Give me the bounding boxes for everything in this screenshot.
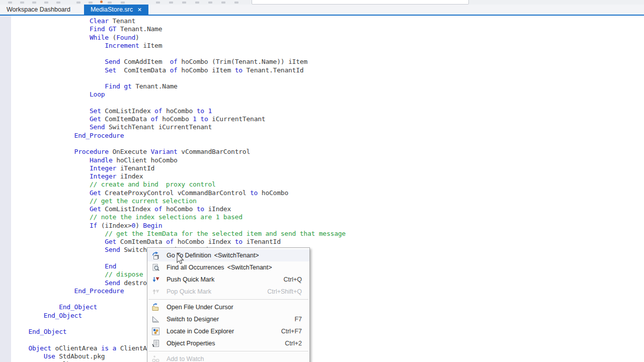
toolbar-icon-partial[interactable] bbox=[208, 2, 212, 4]
code-line: End bbox=[13, 262, 644, 270]
code-line: Clear Tenant bbox=[13, 17, 644, 25]
code-line: Set ComItemData of hoCombo iItem to Tena… bbox=[13, 66, 644, 74]
code-line bbox=[13, 99, 644, 107]
menu-item-push-quick-mark[interactable]: Push Quick MarkCtrl+Q bbox=[147, 274, 309, 286]
toolbar-icon-partial[interactable] bbox=[182, 2, 186, 4]
object-properties-icon bbox=[151, 339, 160, 347]
code-line: // note the index selections are 1 based bbox=[13, 213, 644, 221]
menu-item-object-properties[interactable]: Object PropertiesCtrl+2 bbox=[147, 337, 309, 349]
code-line: While (Found) bbox=[13, 34, 644, 42]
toolbar-icon-partial[interactable] bbox=[108, 2, 112, 4]
find-occurrences-icon bbox=[151, 263, 160, 272]
code-line: Send destroy of hoCombo bbox=[13, 279, 644, 287]
code-line: Handle hoClient hoCombo bbox=[13, 156, 644, 164]
menu-item-switch-to-designer[interactable]: Switch to DesignerF7 bbox=[147, 313, 309, 325]
code-line: End_Procedure bbox=[13, 287, 644, 295]
menu-item-shortcut: Ctrl+2 bbox=[285, 340, 302, 347]
code-line: Set ComListIndex of hoCombo to 1 bbox=[13, 107, 644, 115]
close-icon[interactable]: ✕ bbox=[137, 7, 142, 13]
code-line bbox=[13, 254, 644, 262]
menu-item-pop-quick-mark: Pop Quick MarkCtrl+Shift+Q bbox=[147, 286, 309, 298]
menu-item-shortcut: Ctrl+Shift+Q bbox=[267, 288, 302, 295]
ide-window: Workspace Dashboard MediaStore.src ✕ Cle… bbox=[0, 0, 644, 362]
tab-label: MediaStore.src bbox=[91, 6, 133, 13]
code-line bbox=[13, 140, 644, 148]
toolbar-icon-partial[interactable] bbox=[44, 2, 48, 4]
menu-item-detail: <SwitchTenant> bbox=[227, 264, 272, 271]
code-line: Send SwitchTenant iCurrentTenant bbox=[13, 123, 644, 131]
menu-item-add-to-watch: Add to Watch bbox=[147, 353, 309, 362]
code-line: End_Object bbox=[13, 312, 644, 320]
context-menu: Go To Definition<SwitchTenant>Find all O… bbox=[147, 247, 310, 362]
menu-item-label: Switch to Designer bbox=[167, 316, 219, 323]
toolbar-icon-partial[interactable] bbox=[32, 2, 36, 4]
code-area[interactable]: Clear Tenant Find GT Tenant.Name While (… bbox=[0, 16, 644, 362]
open-file-icon bbox=[151, 303, 160, 311]
toolbar-icon-partial[interactable] bbox=[234, 2, 238, 4]
toolbar-icon-partial[interactable] bbox=[56, 2, 60, 4]
code-line: End_Object bbox=[13, 328, 644, 336]
menu-item-label: Find all Occurrences bbox=[167, 264, 224, 271]
tab-mediastore-src[interactable]: MediaStore.src ✕ bbox=[84, 5, 148, 15]
code-line bbox=[13, 74, 644, 82]
toolbar-strip bbox=[0, 0, 644, 5]
pop-quick-mark-icon bbox=[151, 288, 160, 296]
code-line: Integer iIndex bbox=[13, 172, 644, 180]
menu-item-open-file-under-cursor[interactable]: Open File Under Cursor bbox=[147, 301, 309, 313]
toolbar-icon-partial[interactable] bbox=[76, 2, 80, 4]
toolbar-icon-partial[interactable] bbox=[20, 2, 24, 4]
menu-item-label: Push Quick Mark bbox=[167, 276, 214, 283]
switch-designer-icon bbox=[151, 315, 160, 323]
toolbar-search-input[interactable] bbox=[252, 0, 469, 5]
locate-code-explorer-icon bbox=[151, 327, 160, 335]
code-line: Get ComListIndex of hoCombo to iIndex bbox=[13, 205, 644, 213]
tab-bar: Workspace Dashboard MediaStore.src ✕ bbox=[0, 5, 644, 15]
push-quick-mark-icon bbox=[151, 276, 160, 284]
code-line: Get CreateProxyControl vCommandBarContro… bbox=[13, 189, 644, 197]
menu-item-find-all-occurrences[interactable]: Find all Occurrences<SwitchTenant> bbox=[147, 261, 309, 274]
menu-item-label: Locate in Code Explorer bbox=[167, 328, 234, 335]
tab-workspace-dashboard[interactable]: Workspace Dashboard bbox=[0, 5, 77, 15]
code-line: Find GT Tenant.Name bbox=[13, 25, 644, 33]
menu-item-detail: <SwitchTenant> bbox=[214, 252, 259, 259]
menu-item-shortcut: Ctrl+F7 bbox=[281, 328, 302, 335]
toolbar-icon-partial[interactable] bbox=[121, 2, 125, 4]
code-line bbox=[13, 295, 644, 303]
code-line: Send SwitchTenant iTenantId bbox=[13, 246, 644, 254]
mouse-cursor bbox=[177, 253, 185, 265]
menu-item-label: Go To Definition bbox=[167, 252, 211, 259]
toolbar-icon-partial[interactable] bbox=[100, 1, 103, 3]
code-line: Loop bbox=[13, 90, 644, 99]
code-line: Procedure OnExecute Variant vCommandBarC… bbox=[13, 148, 644, 156]
code-line: End_Object bbox=[13, 303, 644, 311]
code-line bbox=[13, 336, 644, 344]
menu-item-shortcut: Ctrl+Q bbox=[284, 276, 302, 283]
code-line: // dispose of the proxy control bbox=[13, 270, 644, 279]
go-to-definition-icon bbox=[151, 251, 160, 259]
menu-item-label: Pop Quick Mark bbox=[167, 288, 211, 295]
code-line: End_Procedure bbox=[13, 132, 644, 140]
toolbar-icon-partial[interactable] bbox=[89, 2, 93, 4]
code-line bbox=[13, 50, 644, 58]
menu-separator bbox=[148, 351, 308, 351]
toolbar-icon-partial[interactable] bbox=[169, 2, 173, 4]
menu-item-label: Object Properties bbox=[167, 340, 215, 347]
code-line: Get ComItemData of hoCombo iIndex to iTe… bbox=[13, 238, 644, 246]
code-line: // get the ItemData for the selected ite… bbox=[13, 230, 644, 238]
code-line: Increment iItem bbox=[13, 42, 644, 50]
code-line: Send ComAddItem of hoCombo (Trim(Tenant.… bbox=[13, 58, 644, 66]
menu-item-label: Open File Under Cursor bbox=[167, 304, 233, 311]
toolbar-icon-partial[interactable] bbox=[195, 2, 199, 4]
toolbar-icon-partial[interactable] bbox=[8, 2, 12, 4]
code-line: If (iIndex>0) Begin bbox=[13, 222, 644, 230]
code-line: // get the current selection bbox=[13, 197, 644, 205]
toolbar-icon-partial[interactable] bbox=[221, 2, 225, 4]
code-line: Use StdAbout.pkg bbox=[13, 352, 644, 360]
menu-item-go-to-definition[interactable]: Go To Definition<SwitchTenant> bbox=[147, 249, 309, 261]
code-line: Integer iTenantId bbox=[13, 164, 644, 172]
toolbar-icon-partial[interactable] bbox=[156, 2, 160, 4]
code-line: // create and bind proxy control bbox=[13, 180, 644, 189]
menu-separator bbox=[148, 299, 308, 300]
menu-item-locate-in-code-explorer[interactable]: Locate in Code ExplorerCtrl+F7 bbox=[147, 325, 309, 337]
code-line: Object oClientArea is a ClientArea bbox=[13, 344, 644, 352]
